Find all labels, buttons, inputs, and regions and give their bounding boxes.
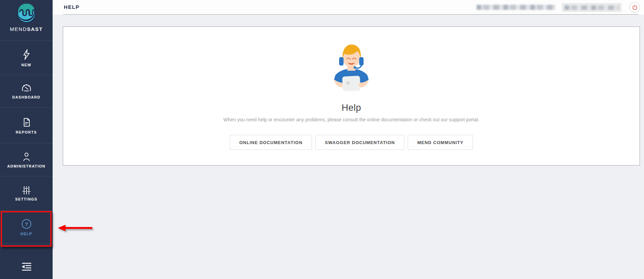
question-circle-icon: ?: [21, 219, 32, 229]
sliders-icon: [21, 186, 32, 195]
document-icon: [21, 117, 32, 128]
redacted-user-text: [565, 5, 619, 10]
main-area: HELP: [53, 0, 644, 279]
user-menu-chip[interactable]: [562, 3, 622, 12]
mend-logo-icon: [17, 4, 36, 23]
sidebar-item-help[interactable]: ? HELP: [0, 211, 53, 244]
speedometer-icon: [21, 83, 32, 93]
person-icon: [21, 152, 32, 162]
online-documentation-button[interactable]: ONLINE DOCUMENTATION: [230, 135, 312, 150]
sidebar-item-label: SETTINGS: [15, 197, 37, 201]
power-icon: [632, 4, 638, 11]
mend-sast-app: MENDSAST NEW DASHBOARD: [0, 0, 644, 279]
brand-name-bold: SAST: [27, 26, 43, 32]
lightning-icon: [21, 49, 32, 60]
brand-logo-block[interactable]: MENDSAST: [0, 0, 53, 41]
sidebar-item-label: REPORTS: [16, 130, 37, 134]
sidebar-item-reports[interactable]: REPORTS: [0, 108, 53, 143]
page-title: HELP: [64, 4, 79, 10]
sidebar: MENDSAST NEW DASHBOARD: [0, 0, 53, 279]
help-card: Help When you need help or encounter any…: [63, 27, 640, 165]
brand-name-regular: MEND: [10, 26, 27, 32]
sidebar-item-label: DASHBOARD: [12, 95, 40, 99]
help-title: Help: [342, 103, 361, 113]
sidebar-item-administration[interactable]: ADMINISTRATION: [0, 143, 53, 176]
help-description: When you need help or encounter any prob…: [223, 117, 479, 122]
sidebar-item-new[interactable]: NEW: [0, 41, 53, 75]
help-buttons-row: ONLINE DOCUMENTATION SWAGGER DOCUMENTATI…: [230, 135, 473, 150]
sidebar-item-dashboard[interactable]: DASHBOARD: [0, 75, 53, 108]
swagger-documentation-button[interactable]: SWAGGER DOCUMENTATION: [315, 135, 404, 150]
brand-name: MENDSAST: [10, 26, 43, 32]
support-agent-illustration: [330, 43, 372, 91]
question-mark-glyph: ?: [25, 221, 28, 227]
collapse-sidebar-icon: [21, 262, 32, 271]
annotation-arrow-icon: [56, 222, 97, 236]
sidebar-item-label: NEW: [21, 63, 32, 67]
sidebar-item-label: HELP: [20, 232, 32, 236]
sidebar-item-label: ADMINISTRATION: [7, 164, 45, 168]
top-header-bar: HELP: [53, 0, 644, 15]
logout-button[interactable]: [629, 2, 640, 13]
redacted-account-text: [477, 5, 555, 10]
mend-community-button[interactable]: MEND COMMUNITY: [408, 135, 473, 150]
collapse-sidebar-button[interactable]: [0, 259, 53, 274]
sidebar-item-settings[interactable]: SETTINGS: [0, 176, 53, 211]
content-area: Help When you need help or encounter any…: [53, 15, 644, 279]
